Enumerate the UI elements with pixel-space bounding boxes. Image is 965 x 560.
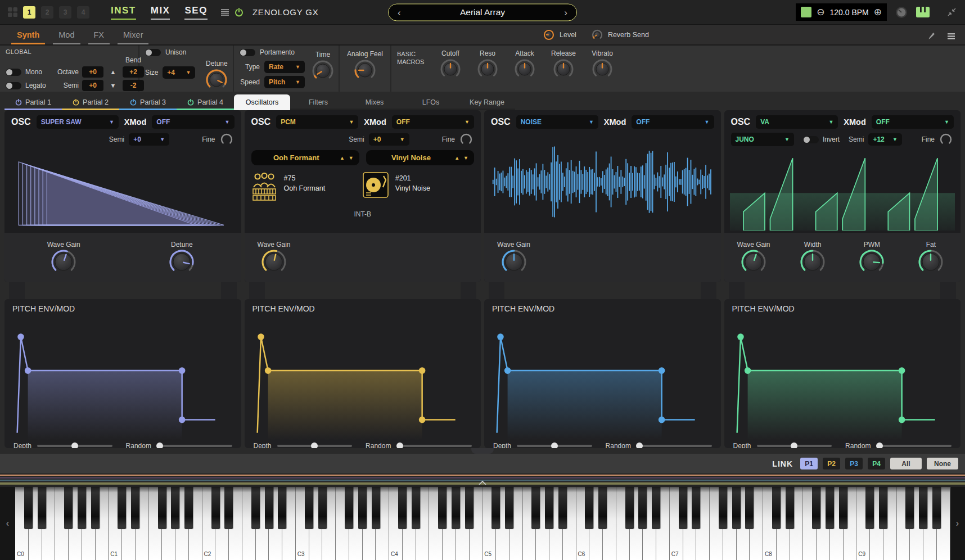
pitch-envelope-4[interactable] [724,313,961,442]
octave-value[interactable]: +0 [82,66,103,78]
analog-feel-knob[interactable] [354,59,376,82]
black-key[interactable] [171,487,179,529]
link-p4-button[interactable]: P4 [868,458,885,469]
pitch-envelope-3[interactable] [484,313,721,442]
preset-prev-icon[interactable]: ‹ [398,7,401,17]
black-key[interactable] [305,487,313,529]
osc4-type-dropdown[interactable]: VA▼ [756,115,838,129]
black-key[interactable] [184,487,193,529]
black-key[interactable] [278,487,286,529]
part-select-2[interactable]: 2 [41,6,53,19]
black-key[interactable] [452,487,460,529]
wave2-up-icon[interactable]: ▲ [454,155,459,161]
black-key[interactable] [692,487,700,529]
legato-switch[interactable] [6,82,21,89]
osc3-xmod-dropdown[interactable]: OFF▼ [632,115,714,129]
link-p3-button[interactable]: P3 [845,458,863,469]
black-key[interactable] [772,487,781,529]
porta-time-knob[interactable] [312,60,334,82]
black-key[interactable] [652,487,660,529]
porta-speed-dropdown[interactable]: Pitch ▼ [264,76,305,88]
osc1-fine-knob[interactable] [220,133,233,146]
black-key[interactable] [531,487,540,529]
black-key[interactable] [545,487,553,529]
tab-partial-4[interactable]: Partial 4 [177,96,234,110]
semi-value[interactable]: +0 [82,80,103,91]
reso-knob[interactable] [477,58,498,80]
wave1-down-icon[interactable]: ▼ [349,155,354,161]
black-key[interactable] [558,487,567,529]
legato-toggle[interactable]: Legato [6,82,48,89]
osc2-xmod-dropdown[interactable]: OFF▼ [392,115,474,129]
black-key[interactable] [24,487,33,529]
osc4-wavegain-knob[interactable] [741,249,766,275]
cutoff-knob[interactable] [440,58,461,80]
master-knob-icon[interactable] [895,6,908,19]
osc4-invert-switch[interactable] [803,136,819,143]
black-key[interactable] [372,487,380,529]
osc4-pwm-knob[interactable] [859,249,885,275]
black-key[interactable] [865,487,874,529]
black-key[interactable] [131,487,139,529]
release-knob[interactable] [553,58,574,80]
black-key[interactable] [224,487,233,529]
black-key[interactable] [412,487,420,529]
black-key[interactable] [919,487,927,529]
attack-knob[interactable] [514,58,535,80]
preset-selector[interactable]: ‹ Aerial Array › [388,3,577,21]
tab-mixer[interactable]: Mixer [118,30,148,44]
part-select-3[interactable]: 3 [59,6,71,19]
depth-slider[interactable] [37,442,112,448]
black-key[interactable] [438,487,447,529]
wave1-up-icon[interactable]: ▲ [340,155,345,161]
random-slider[interactable] [396,442,472,448]
power-icon[interactable] [235,8,243,17]
black-key[interactable] [465,487,474,529]
random-slider[interactable] [637,442,712,448]
reverb-send-knob[interactable] [591,29,603,41]
black-key[interactable] [318,487,327,529]
black-key[interactable] [505,487,513,529]
osc1-xmod-dropdown[interactable]: OFF▼ [152,115,234,129]
unison-toggle[interactable]: Unison [145,48,227,56]
partial-2-power-icon[interactable] [73,99,79,106]
bank-grid-icon[interactable] [8,7,17,17]
black-key[interactable] [932,487,941,529]
black-key[interactable] [91,487,100,529]
black-key[interactable] [64,487,73,529]
tab-partial-2[interactable]: Partial 2 [62,96,119,110]
black-key[interactable] [786,487,794,529]
nav-mix[interactable]: MIX [151,5,170,20]
tab-filters[interactable]: Filters [290,96,346,110]
porta-type-dropdown[interactable]: Rate ▼ [264,61,305,73]
level-knob[interactable] [543,29,555,41]
unison-switch[interactable] [145,49,161,56]
tempo-sync-swatch[interactable] [801,7,811,17]
link-none-button[interactable]: None [927,458,958,469]
black-key[interactable] [679,487,687,529]
keyboard-scroll-right[interactable]: › [950,487,965,560]
osc4-fine-knob[interactable] [939,133,953,146]
mono-switch[interactable] [6,69,21,76]
part-select-1[interactable]: 1 [23,6,35,19]
black-key[interactable] [491,487,500,529]
black-key[interactable] [839,487,847,529]
link-all-button[interactable]: All [890,458,922,469]
tab-mod[interactable]: Mod [53,30,80,44]
collapse-window-icon[interactable] [948,8,956,16]
osc1-type-dropdown[interactable]: SUPER SAW▼ [37,115,119,129]
osc2-semi-dropdown[interactable]: +0▼ [369,133,409,146]
black-key[interactable] [812,487,820,529]
osc1-detune-knob[interactable] [169,249,195,275]
tempo-increase-icon[interactable]: ⊕ [874,7,882,17]
osc2-wave2-selector[interactable]: Vinyl Noise ▲ ▼ [366,150,474,165]
preset-next-icon[interactable]: › [564,7,567,17]
keyboard-scroll-left[interactable]: ‹ [0,487,15,560]
partial-4-power-icon[interactable] [187,99,194,106]
unison-size-dropdown[interactable]: +4 ▼ [163,66,195,79]
black-key[interactable] [398,487,407,529]
virtual-keyboard-icon[interactable] [916,7,930,17]
hamburger-menu-icon[interactable] [221,9,229,16]
black-key[interactable] [78,487,86,529]
osc4-semi-dropdown[interactable]: +12▼ [868,133,902,146]
